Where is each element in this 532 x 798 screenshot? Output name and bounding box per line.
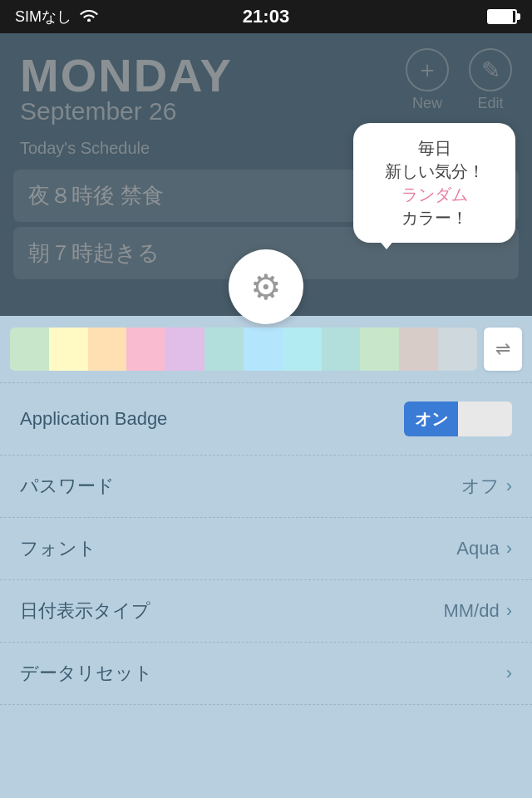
settings-right-dateformat: MM/dd›: [443, 600, 512, 622]
status-right: [487, 9, 517, 24]
color-swatch-3[interactable]: [126, 328, 165, 371]
color-picker-row: ⇌: [0, 316, 532, 383]
shuffle-button[interactable]: ⇌: [484, 328, 522, 371]
settings-row-badge[interactable]: Application Badge オン: [0, 383, 532, 456]
toggle-badge[interactable]: オン: [404, 401, 512, 436]
settings-right-reset: ›: [506, 663, 512, 684]
bubble-line1: 毎日: [418, 139, 451, 157]
color-swatches[interactable]: [10, 328, 477, 371]
settings-value-font: Aqua: [456, 538, 499, 559]
settings-row-font[interactable]: フォントAqua›: [0, 518, 532, 580]
settings-row-reset[interactable]: データリセット›: [0, 643, 532, 705]
settings-row-password[interactable]: パスワードオフ›: [0, 456, 532, 518]
status-bar: SIMなし 21:03: [0, 0, 532, 33]
settings-right-font: Aqua›: [456, 538, 512, 559]
color-swatch-0[interactable]: [10, 328, 49, 371]
color-swatch-2[interactable]: [88, 328, 127, 371]
color-swatch-11[interactable]: [438, 328, 477, 371]
gear-icon: ⚙: [250, 267, 282, 308]
toggle-on-label[interactable]: オン: [404, 401, 458, 436]
settings-value-dateformat: MM/dd: [443, 600, 499, 622]
speech-bubble: 毎日 新しい気分！ ランダム カラー！: [353, 123, 515, 243]
color-swatch-7[interactable]: [283, 328, 322, 371]
chevron-icon-reset: ›: [506, 663, 512, 684]
color-swatch-4[interactable]: [165, 328, 204, 371]
settings-value-password: オフ: [461, 474, 500, 499]
settings-label-dateformat: 日付表示タイプ: [20, 598, 150, 623]
bubble-highlight: ランダム: [401, 185, 468, 204]
color-swatch-6[interactable]: [244, 328, 283, 371]
settings-panel: ⇌ Application Badge オン パスワードオフ›フォントAqua›…: [0, 316, 532, 798]
color-swatch-1[interactable]: [49, 328, 88, 371]
color-swatch-8[interactable]: [322, 328, 361, 371]
carrier-label: SIMなし: [15, 7, 71, 27]
settings-gear-button[interactable]: ⚙: [229, 249, 303, 324]
bubble-line2: 新しい気分！: [385, 162, 485, 180]
settings-label-password: パスワード: [20, 474, 115, 499]
bubble-text: 毎日 新しい気分！ ランダム カラー！: [365, 136, 504, 229]
settings-label-reset: データリセット: [20, 661, 153, 686]
chevron-icon-dateformat: ›: [506, 600, 512, 622]
chevron-icon-font: ›: [506, 538, 512, 559]
color-swatch-5[interactable]: [204, 328, 244, 371]
color-swatch-10[interactable]: [399, 328, 438, 371]
bubble-line3: カラー！: [401, 209, 468, 227]
chevron-icon-password: ›: [506, 475, 512, 497]
status-left: SIMなし: [15, 7, 98, 27]
settings-right-password: オフ›: [461, 474, 512, 499]
settings-right-badge: オン: [404, 401, 512, 436]
color-swatch-9[interactable]: [360, 328, 399, 371]
toggle-off-label[interactable]: [458, 401, 512, 436]
settings-row-dateformat[interactable]: 日付表示タイプMM/dd›: [0, 580, 532, 643]
settings-label-badge: Application Badge: [20, 408, 167, 430]
wifi-icon: [80, 8, 98, 26]
settings-label-font: フォント: [20, 536, 96, 561]
battery-icon: [487, 9, 517, 24]
status-time: 21:03: [243, 6, 289, 27]
